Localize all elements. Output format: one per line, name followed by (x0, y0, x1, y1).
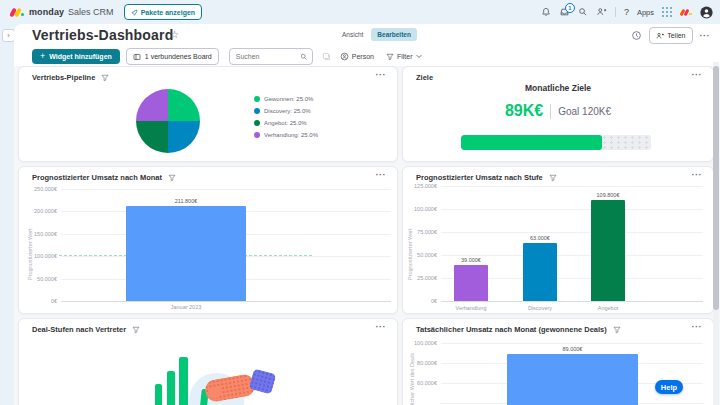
widget-goals: Ziele ··· Monatliche Ziele 89K€ Goal 120… (402, 66, 714, 162)
header-more-menu[interactable]: ··· (700, 31, 711, 41)
widget-deal-stages-menu[interactable]: ··· (376, 322, 387, 332)
filter-button[interactable]: Filter (383, 53, 425, 61)
invite-members-icon[interactable] (596, 7, 607, 17)
person-filter-label: Person (352, 53, 374, 60)
x-axis-label: Discovery (505, 305, 575, 311)
goal-separator (550, 104, 551, 119)
notifications-bell-icon[interactable] (541, 7, 551, 17)
person-filter-button[interactable]: Person (337, 52, 377, 61)
y-axis-label: Prognostizierter Wert (27, 214, 33, 280)
person-icon (340, 52, 349, 61)
inbox-icon[interactable]: 1 (559, 7, 570, 17)
widget-goals-title: Ziele (416, 73, 433, 82)
y-tick: 100.000€ (27, 253, 57, 259)
help-button[interactable]: Help (655, 380, 683, 394)
rocket-icon (131, 9, 138, 16)
legend-item: Angebot: 25.0% (254, 120, 318, 126)
widget-funnel-icon[interactable] (613, 326, 621, 334)
legend-item: Gewonnen: 25.0% (254, 96, 318, 102)
pipeline-legend: Gewonnen: 25.0% Discovery: 25.0% Angebot… (254, 96, 318, 138)
illustration-bar (179, 357, 188, 405)
connected-board-button[interactable]: 1 verbundenes Board (126, 48, 219, 65)
widget-forecast-stage-menu[interactable]: ··· (692, 170, 703, 180)
topbar-divider (615, 7, 616, 17)
plus-icon: + (40, 52, 45, 61)
widget-deal-stages: Deal-Stufen nach Vertreter ··· (18, 318, 398, 405)
y-tick: 50.000€ (27, 276, 57, 282)
product-name: Sales CRM (68, 7, 114, 17)
widget-actual-month-title: Tatsächlicher Umsatz nach Monat (gewonne… (416, 325, 607, 334)
favorite-star-icon[interactable]: ☆ (170, 29, 179, 40)
help-icon[interactable]: ? (624, 7, 629, 17)
goal-heading: Monatliche Ziele (403, 83, 713, 93)
y-tick: 200.000€ (27, 208, 57, 214)
product-switcher-icon[interactable] (662, 7, 673, 18)
app-window: monday Sales CRM Pakete anzeigen 1 ? (0, 0, 720, 405)
share-button-label: Teilen (667, 32, 685, 39)
board-icon (133, 53, 141, 61)
illustration-bar (167, 371, 175, 405)
widget-funnel-icon[interactable] (549, 174, 557, 182)
y-tick: 80.000€ (407, 360, 437, 366)
view-mode-tabs: Ansicht Bearbeiten (336, 28, 417, 41)
y-tick: 60.000€ (407, 380, 437, 386)
goal-progress-fill (461, 135, 602, 150)
bar-januar-2023 (126, 206, 246, 301)
brand-name: monday (29, 7, 64, 17)
search-icon[interactable] (578, 7, 588, 17)
apps-menu[interactable]: Apps (637, 8, 654, 17)
widget-funnel-icon[interactable] (168, 174, 176, 182)
search-box (229, 48, 313, 65)
add-widget-label: Widget hinzufügen (49, 53, 112, 60)
user-avatar[interactable] (700, 6, 713, 19)
goal-values: 89K€ Goal 120K€ (403, 99, 713, 123)
monday-logo-icon[interactable] (10, 7, 24, 18)
widget-forecast-month-menu[interactable]: ··· (376, 170, 387, 180)
widget-forecast-stage: Prognostizierter Umsatz nach Stufe ··· P… (402, 166, 714, 314)
search-input[interactable] (234, 52, 300, 61)
top-bar: monday Sales CRM Pakete anzeigen 1 ? (0, 0, 720, 24)
y-tick: 100.000€ (407, 206, 437, 212)
bar-value-label: 39.000€ (441, 257, 501, 263)
packages-button[interactable]: Pakete anzeigen (124, 4, 202, 20)
page-title: Vertriebs-Dashboard (32, 27, 174, 43)
legend-item: Verhandlung: 25.0% (254, 132, 318, 138)
header-actions: Teilen ··· (631, 27, 710, 44)
topbar-actions: 1 ? Apps (541, 0, 713, 24)
y-tick: 100.000€ (407, 340, 437, 346)
activity-clock-icon[interactable] (631, 30, 642, 41)
widget-funnel-icon[interactable] (101, 74, 109, 82)
filter-label: Filter (397, 53, 413, 60)
widget-forecast-month: Prognostizierter Umsatz nach Monat ··· P… (18, 166, 398, 314)
packages-button-label: Pakete anzeigen (141, 9, 195, 16)
tab-ansicht[interactable]: Ansicht (336, 28, 369, 41)
scrollbar-thumb[interactable] (713, 66, 719, 310)
tab-bearbeiten[interactable]: Bearbeiten (371, 28, 417, 41)
y-tick: 75.000€ (407, 229, 437, 235)
widget-pipeline-title: Vertriebs-Pipeline (32, 73, 95, 82)
bar-value-label: 89.000€ (507, 346, 638, 352)
widget-actual-month-menu[interactable]: ··· (692, 322, 703, 332)
add-widget-button[interactable]: + Widget hinzufügen (32, 49, 120, 64)
collapsed-sidebar: › (0, 24, 14, 405)
widget-goals-menu[interactable]: ··· (692, 70, 703, 80)
goal-target-value: Goal 120K€ (558, 106, 611, 117)
widget-funnel-icon[interactable] (132, 326, 140, 334)
y-tick: 50.000€ (407, 252, 437, 258)
bar-verhandlung (454, 265, 488, 301)
widget-pipeline: Vertriebs-Pipeline ··· Gewonnen: 25.0% D… (18, 66, 398, 162)
widget-pipeline-menu[interactable]: ··· (376, 70, 387, 80)
bar-value-label: 109.800€ (578, 192, 638, 198)
board-views-icon (322, 52, 331, 61)
y-axis-label: Prognostizierter Wert (407, 214, 413, 280)
share-person-icon (656, 32, 664, 40)
bar-discovery (523, 243, 557, 301)
share-button[interactable]: Teilen (649, 27, 692, 44)
illustration-bar (155, 384, 162, 405)
connected-board-label: 1 verbundenes Board (145, 53, 212, 60)
legend-item: Discovery: 25.0% (254, 108, 318, 114)
pipeline-pie-chart (136, 89, 200, 153)
funnel-icon (386, 53, 394, 61)
widget-deal-stages-title: Deal-Stufen nach Vertreter (32, 325, 126, 334)
x-axis-label: Verhandlung (436, 305, 506, 311)
